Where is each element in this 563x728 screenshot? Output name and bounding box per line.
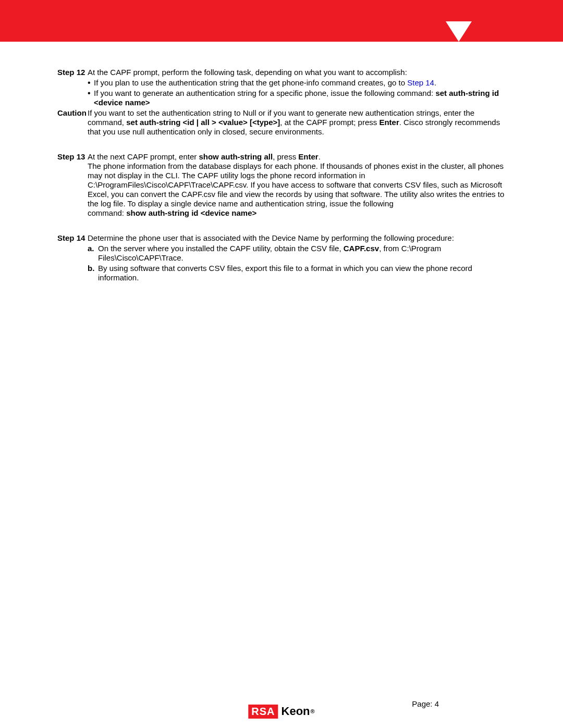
step12-block: Step 12 At the CAPF prompt, perform the … <box>57 68 506 137</box>
document-page: Step 12 At the CAPF prompt, perform the … <box>0 0 563 728</box>
caution-bold2: Enter <box>379 118 399 127</box>
step12-bullet1-text-b: . <box>434 78 436 87</box>
caution-row: Caution If you want to set the authentic… <box>57 108 506 137</box>
bullet-icon: • <box>88 89 94 107</box>
step14-a: a. On the server where you installed the… <box>88 244 506 263</box>
step12-bullet1: • If you plan to use the authentication … <box>88 78 506 88</box>
step14-link[interactable]: Step 14 <box>407 78 434 87</box>
page-number: Page: 4 <box>412 699 439 708</box>
step13-line1-c: . <box>319 152 321 161</box>
bullet-icon: • <box>88 78 94 88</box>
step13-line1-a: At the next CAPF prompt, enter <box>88 152 199 161</box>
step12-label: Step 12 <box>57 68 88 77</box>
caution-label: Caution <box>57 108 88 137</box>
step13-cmd-bold: show auth-string id <device name> <box>126 208 256 217</box>
caution-text-b: , at the CAPF prompt; press <box>280 118 379 127</box>
step13-line1-b: , press <box>273 152 298 161</box>
step13-block: Step 13 At the next CAPF prompt, enter s… <box>57 152 506 218</box>
caution-bold1: set auth-string <id | all > <value> [<ty… <box>126 118 280 127</box>
step14-a-label: a. <box>88 244 98 263</box>
step13-para: The phone information from the database … <box>88 162 506 208</box>
step14-b-text: By using software that converts CSV file… <box>98 264 506 282</box>
step14-block: Step 14 Determine the phone user that is… <box>57 233 506 282</box>
step14-b-label: b. <box>88 264 98 282</box>
step13-line1-bold2: Enter <box>298 152 318 161</box>
step12-bullet1-text-a: If you plan to use the authentication st… <box>94 78 407 87</box>
step13-cmd-a: command: <box>88 208 126 217</box>
step13-line1-bold1: show auth-string all <box>199 152 273 161</box>
step14-b: b. By using software that converts CSV f… <box>88 264 506 282</box>
page-content: Step 12 At the CAPF prompt, perform the … <box>0 42 563 282</box>
step14-intro: Determine the phone user that is associa… <box>88 233 506 243</box>
step12-intro: At the CAPF prompt, perform the followin… <box>88 68 506 77</box>
rsa-box-icon: RSA <box>248 705 278 719</box>
step14-label: Step 14 <box>57 233 88 243</box>
header-bar <box>0 0 563 42</box>
triangle-marker-icon <box>446 21 472 42</box>
step14-a-text-a: On the server where you installed the CA… <box>98 244 344 253</box>
step13-label: Step 13 <box>57 152 88 218</box>
step14-a-bold: CAPF.csv <box>344 244 379 253</box>
registered-icon: ® <box>311 708 315 714</box>
step12-bullet2-text-a: If you want to generate an authenticatio… <box>94 89 435 97</box>
rsa-keon-logo: RSA Keon® <box>248 705 314 719</box>
keon-text: Keon <box>282 705 310 718</box>
step12-bullet2: • If you want to generate an authenticat… <box>88 89 506 107</box>
